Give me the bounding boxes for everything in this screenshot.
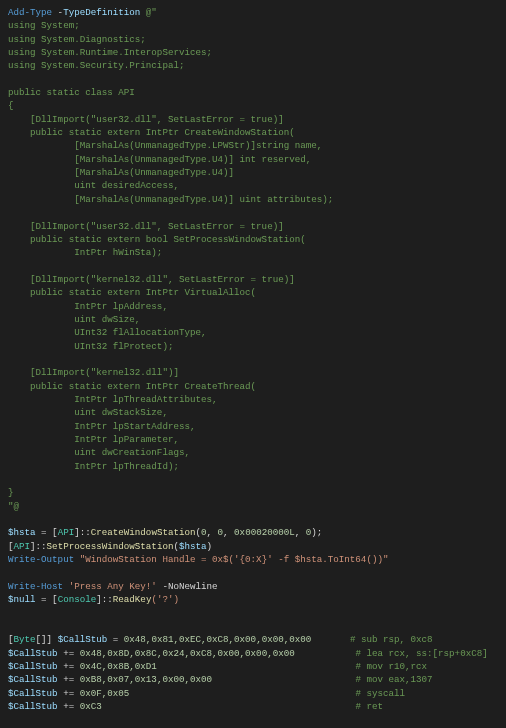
cs-line: IntPtr hWinSta);: [8, 247, 162, 258]
ps-line: Write-Host 'Press Any Key!' -NoNewline: [8, 581, 218, 592]
cs-line: public static class API: [8, 87, 135, 98]
cs-line: using System.Runtime.InteropServices;: [8, 47, 212, 58]
cs-line: IntPtr lpAddress,: [8, 301, 168, 312]
ps-line: Write-Output "WindowStation Handle = 0x$…: [8, 554, 388, 565]
comment: # mov eax,1307: [355, 674, 432, 685]
line: Add-Type -TypeDefinition @": [8, 7, 157, 18]
comment: # sub rsp, 0xc8: [350, 634, 433, 645]
comment: # lea rcx, ss:[rsp+0xC8]: [355, 648, 487, 659]
ps-line: $CallStub += 0x4C,0x8B,0xD1 # mov r10,rc…: [8, 661, 427, 672]
cs-line: uint dwCreationFlags,: [8, 447, 190, 458]
cs-line: [MarshalAs(UnmanagedType.LPWStr)]string …: [8, 140, 322, 151]
parameter: TypeDefinition: [63, 7, 140, 18]
ps-line: $CallStub += 0xC3 # ret: [8, 701, 383, 712]
cs-line: [MarshalAs(UnmanagedType.U4)]: [8, 167, 234, 178]
cmdlet: Add-Type: [8, 7, 52, 18]
ps-line: $CallStub += 0x48,0x8D,0x8C,0x24,0xC8,0x…: [8, 648, 488, 659]
cs-line: {: [8, 100, 14, 111]
cs-line: public static extern IntPtr VirtualAlloc…: [8, 287, 256, 298]
comment: # syscall: [355, 688, 405, 699]
cs-line: [DllImport("user32.dll", SetLastError = …: [8, 114, 284, 125]
cs-line: using System;: [8, 20, 80, 31]
cs-line: uint dwStackSize,: [8, 407, 168, 418]
cs-line: uint desiredAccess,: [8, 180, 179, 191]
comment: # mov r10,rcx: [355, 661, 427, 672]
cs-line: IntPtr lpStartAddress,: [8, 421, 195, 432]
variable: $hsta: [8, 527, 36, 538]
code-block: Add-Type -TypeDefinition @" using System…: [0, 0, 506, 728]
comment: # ret: [355, 701, 383, 712]
cs-line: [DllImport("kernel32.dll")]: [8, 367, 179, 378]
cs-line: public static extern bool SetProcessWind…: [8, 234, 306, 245]
ps-line: [API]::SetProcessWindowStation($hsta): [8, 541, 212, 552]
cs-line: [MarshalAs(UnmanagedType.U4)] int reserv…: [8, 154, 311, 165]
cs-line: }: [8, 487, 14, 498]
cs-line: using System.Security.Principal;: [8, 60, 184, 71]
ps-line: $null = [Console]::ReadKey('?'): [8, 594, 179, 605]
cs-line: public static extern IntPtr CreateWindow…: [8, 127, 295, 138]
cs-line: using System.Diagnostics;: [8, 34, 146, 45]
ps-line: $hsta = [API]::CreateWindowStation(0, 0,…: [8, 527, 322, 538]
ps-line: $CallStub += 0x0F,0x05 # syscall: [8, 688, 405, 699]
ps-line: [Byte[]] $CallStub = 0x48,0x81,0xEC,0xC8…: [8, 634, 433, 645]
cs-line: IntPtr lpParameter,: [8, 434, 179, 445]
cs-line: UInt32 flProtect);: [8, 341, 173, 352]
cs-line: IntPtr lpThreadAttributes,: [8, 394, 218, 405]
cs-line: IntPtr lpThreadId);: [8, 461, 179, 472]
cs-line: [MarshalAs(UnmanagedType.U4)] uint attri…: [8, 194, 333, 205]
cs-line: uint dwSize,: [8, 314, 140, 325]
cs-line: "@: [8, 501, 19, 512]
cs-line: [DllImport("user32.dll", SetLastError = …: [8, 221, 284, 232]
cs-line: UInt32 flAllocationType,: [8, 327, 206, 338]
cs-line: [DllImport("kernel32.dll", SetLastError …: [8, 274, 295, 285]
ps-line: $CallStub += 0xB8,0x07,0x13,0x00,0x00 # …: [8, 674, 433, 685]
cs-line: public static extern IntPtr CreateThread…: [8, 381, 256, 392]
